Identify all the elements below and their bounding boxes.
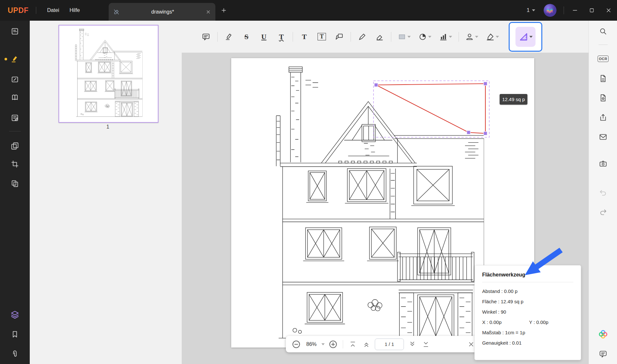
thumbnail-page-number: 1 <box>59 124 157 130</box>
selection-handle[interactable] <box>467 131 471 134</box>
measure-x: X : 0.00p <box>482 317 529 328</box>
main-area: S U T T T <box>182 21 589 364</box>
new-tab-button[interactable] <box>217 0 230 21</box>
selection-handle[interactable] <box>484 132 487 135</box>
chevron-down-icon <box>532 9 535 11</box>
chevron-down-icon <box>407 36 411 38</box>
highlight-icon[interactable] <box>222 30 236 44</box>
organize-pages-icon[interactable] <box>8 139 22 153</box>
layers-icon[interactable] <box>8 307 22 322</box>
reader-view-icon[interactable] <box>8 24 22 38</box>
tab-count-value: 1 <box>527 7 530 14</box>
measure-distance: Abstand : 0.00 p <box>482 286 573 296</box>
tab-title: drawings* <box>120 9 206 15</box>
strikethrough-icon[interactable]: S <box>239 30 254 44</box>
protect-document-icon[interactable] <box>596 91 610 105</box>
zoom-level: 86% <box>305 341 318 347</box>
rectangle-shape-icon[interactable] <box>395 30 413 44</box>
chart-annotation-icon[interactable] <box>437 30 454 44</box>
tab-count-dropdown[interactable]: 1 <box>527 7 535 14</box>
search-icon[interactable] <box>596 24 610 38</box>
squiggly-underline-icon[interactable]: T <box>274 30 288 44</box>
text-icon[interactable]: T <box>297 30 311 44</box>
selection-handle[interactable] <box>484 82 487 86</box>
measure-y: Y : 0.00p <box>529 317 548 328</box>
last-page-icon[interactable] <box>421 339 431 349</box>
attachment-icon[interactable] <box>8 347 22 361</box>
bookmark-icon[interactable] <box>8 327 22 341</box>
updf-logo: UPDF <box>8 6 29 15</box>
comment-icon[interactable] <box>199 30 213 44</box>
callout-icon[interactable] <box>332 30 346 44</box>
annotate-highlighter-icon[interactable] <box>8 52 22 66</box>
signature-icon[interactable] <box>484 30 501 44</box>
toolbar-divider <box>217 32 218 42</box>
text-box-icon[interactable]: T <box>315 30 329 44</box>
sidebar-divider <box>9 131 21 131</box>
document-tab[interactable]: drawings* <box>109 3 215 21</box>
measure-angle: Winkel : 90 <box>482 307 573 317</box>
selection-handle[interactable] <box>374 83 378 87</box>
menu-hilfe[interactable]: Hilfe <box>64 5 85 16</box>
tab-close-icon[interactable] <box>206 9 211 15</box>
minimize-button[interactable] <box>567 0 583 21</box>
crop-icon[interactable] <box>8 157 22 171</box>
selection-bounds[interactable] <box>373 81 489 137</box>
eraser-icon[interactable] <box>373 30 387 44</box>
area-value-badge: 12.49 sq p <box>500 94 527 105</box>
measure-scale: Maßstab : 1cm = 1p <box>482 328 573 338</box>
email-icon[interactable] <box>596 130 610 144</box>
titlebar-divider <box>36 7 36 14</box>
zoombar-divider <box>343 340 343 348</box>
thumbnail-panel: 1 <box>30 21 182 364</box>
screenshot-icon[interactable] <box>596 157 610 171</box>
area-measurement-shape[interactable] <box>376 84 485 133</box>
toolbar-divider <box>351 32 351 42</box>
ocr-icon[interactable]: OCR <box>596 52 610 66</box>
tab-document-icon <box>113 9 120 15</box>
close-window-button[interactable] <box>600 0 617 21</box>
stamp-icon[interactable] <box>463 30 481 44</box>
redo-icon[interactable] <box>596 205 610 219</box>
page-indicator[interactable]: 1 / 1 <box>375 338 404 350</box>
zoom-page-bar: 86% 1 / 1 <box>286 336 482 352</box>
toolbar-divider <box>459 32 459 42</box>
feedback-icon[interactable] <box>596 347 610 361</box>
sidebar-divider <box>599 45 608 45</box>
chevron-down-icon <box>428 36 431 38</box>
toolbar-divider <box>391 32 391 42</box>
toolbar-divider <box>293 32 293 42</box>
form-fill-icon[interactable] <box>8 111 22 125</box>
previous-page-icon[interactable] <box>361 339 372 349</box>
page-thumbnail[interactable] <box>59 25 158 123</box>
chevron-down-icon <box>475 36 478 38</box>
undo-icon[interactable] <box>596 185 610 200</box>
active-tool-indicator <box>5 58 7 60</box>
zoom-out-icon[interactable] <box>291 339 301 349</box>
menu-datei[interactable]: Datei <box>42 5 64 16</box>
annotation-toolbar: S U T T T <box>182 21 589 53</box>
ellipse-shape-icon[interactable] <box>416 30 434 44</box>
maximize-button[interactable] <box>583 0 600 21</box>
pencil-icon[interactable] <box>355 30 369 44</box>
updf-ai-icon[interactable] <box>596 327 610 341</box>
chevron-down-icon <box>496 36 499 38</box>
zoom-dropdown-icon[interactable] <box>321 343 325 345</box>
underline-icon[interactable]: U <box>257 30 271 44</box>
convert-icon[interactable] <box>8 176 22 191</box>
measure-tool-selected[interactable] <box>509 22 542 52</box>
extract-pages-icon[interactable] <box>596 71 610 86</box>
thumbnail-house-drawing <box>74 28 143 120</box>
document-canvas: 12.49 sq p 86% 1 / 1 <box>182 53 589 364</box>
zoom-in-icon[interactable] <box>328 339 338 349</box>
next-page-icon[interactable] <box>407 339 417 349</box>
panel-divider <box>482 282 573 282</box>
titlebar: UPDF Datei Hilfe drawings* 1 <box>0 0 617 21</box>
panel-title: Flächenwerkzeug <box>482 272 573 278</box>
chevron-down-icon <box>449 36 452 38</box>
read-book-icon[interactable] <box>8 90 22 105</box>
edit-pdf-icon[interactable] <box>8 72 22 87</box>
share-icon[interactable] <box>596 110 610 125</box>
first-page-icon[interactable] <box>348 339 358 349</box>
user-avatar[interactable] <box>544 4 557 17</box>
